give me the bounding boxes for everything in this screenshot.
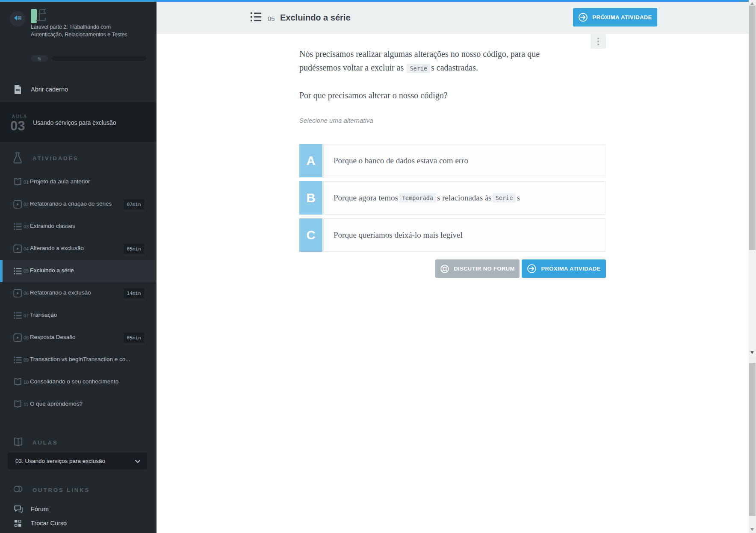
inner-scrollbar-thumb[interactable]: [749, 6, 756, 250]
open-notebook-label: Abrir caderno: [31, 86, 68, 93]
video-icon: [13, 244, 22, 253]
open-notebook-button[interactable]: Abrir caderno: [0, 80, 157, 99]
activity-number: 11: [24, 402, 28, 407]
other-links-section-header: OUTROS LINKS: [32, 487, 90, 493]
main-content: 05 Excluindo a série PRÓXIMA ATIVIDADE N…: [157, 0, 756, 533]
activity-item-03[interactable]: 03 Extraindo classes: [0, 215, 157, 238]
alternative-b[interactable]: B Porque agora temos Temporadas relacion…: [299, 181, 605, 215]
duration-badge: 05min: [124, 333, 144, 343]
switch-course-link[interactable]: Trocar Curso: [0, 519, 157, 532]
back-arrow-icon: [14, 15, 22, 23]
alternative-c[interactable]: C Porque queríamos deixá-lo mais legível: [299, 218, 605, 252]
activity-number: 10: [24, 380, 29, 385]
activity-item-04[interactable]: 04 Alterando a exclusão 05min: [0, 238, 157, 260]
activity-item-02[interactable]: 02 Refatorando a criação de séries 07min: [0, 193, 157, 215]
lesson-select-dropdown[interactable]: 03. Usando serviços para exclusão: [8, 453, 147, 469]
lifebuoy-icon: [440, 264, 449, 274]
activities-list: 01 Projeto da aula anterior 02 Refatoran…: [0, 171, 157, 415]
activity-item-11[interactable]: 11 O que aprendemos?: [0, 393, 157, 415]
alternative-c-letter: C: [299, 218, 322, 252]
document-icon: [14, 85, 21, 94]
book-icon: [13, 178, 22, 186]
question-paragraph: Nós precisamos realizar algumas alteraçõ…: [299, 47, 624, 75]
inline-code-temporada: Temporada: [399, 193, 436, 203]
question-text-line2-end: s cadastradas.: [431, 63, 478, 72]
progress-percent-label: %: [38, 56, 41, 61]
activity-number: 06: [24, 291, 29, 296]
forum-label: Fórum: [31, 506, 49, 512]
lessons-section-header: AULAS: [32, 439, 58, 446]
activity-item-06[interactable]: 06 Refatorando a exclusão 14min: [0, 282, 157, 304]
chevron-down-icon: [135, 460, 140, 463]
activity-item-01[interactable]: 01 Projeto da aula anterior: [0, 171, 157, 193]
page-scroll-down-arrow[interactable]: [750, 528, 754, 531]
alternative-a-letter: A: [299, 144, 322, 177]
alternative-b-label-end: s: [517, 193, 520, 203]
collapse-sidebar-button[interactable]: [10, 11, 25, 27]
grid-icon: [14, 519, 22, 527]
list-icon: [13, 267, 22, 275]
activity-label: Refatorando a criação de séries: [30, 200, 112, 207]
next-activity-label: PRÓXIMA ATIVIDADE: [541, 265, 600, 272]
course-progress-bar: [52, 56, 146, 61]
alternative-b-letter: B: [299, 181, 322, 215]
duration-badge: 05min: [124, 244, 144, 254]
alternative-a-text: Porque o banco de dados estava com erro: [323, 144, 605, 177]
activity-number: 01: [24, 180, 29, 185]
book-icon: [13, 400, 22, 408]
forum-link[interactable]: Fórum: [0, 505, 157, 518]
link-icon: [12, 484, 24, 495]
course-title: Laravel parte 2: Trabalhando com Autenti…: [31, 24, 138, 38]
activity-number: 07: [24, 313, 29, 318]
activity-item-07[interactable]: 07 Transação: [0, 304, 157, 327]
scroll-up-arrow[interactable]: [750, 2, 754, 5]
arrow-circle-icon: [527, 264, 537, 274]
activity-number: 04: [24, 246, 29, 251]
activity-label: Consolidando o seu conhecimento: [30, 378, 118, 385]
activities-section-header: ATIVIDADES: [32, 155, 79, 162]
page-scrollbar-thumb[interactable]: [749, 363, 756, 516]
video-icon: [13, 200, 22, 209]
alternative-c-text: Porque queríamos deixá-lo mais legível: [323, 218, 605, 252]
alternatives-list: A Porque o banco de dados estava com err…: [299, 144, 605, 256]
inline-code-serie: Serie: [493, 193, 516, 203]
activity-label: Transaction vs beginTransaction e co...: [30, 356, 130, 362]
lesson-select-value: 03. Usando serviços para exclusão: [15, 453, 105, 469]
activity-number: 02: [24, 202, 29, 207]
activity-label: Resposta Desafio: [30, 334, 76, 340]
lesson-number: 03: [10, 118, 25, 134]
activity-number: 05: [24, 268, 29, 274]
inline-code-serie: Serie: [407, 64, 430, 73]
top-accent-bar: [0, 0, 749, 2]
activity-label: Transação: [30, 312, 57, 318]
select-alternative-hint: Selecione uma alternativa: [299, 117, 373, 124]
list-icon: [13, 311, 22, 320]
activity-label: Refatorando a exclusão: [30, 289, 91, 296]
activity-number: 03: [24, 224, 29, 229]
activity-item-10[interactable]: 10 Consolidando o seu conhecimento: [0, 371, 157, 393]
alternative-a[interactable]: A Porque o banco de dados estava com err…: [299, 144, 605, 177]
flask-icon: [13, 152, 22, 165]
activity-label: Projeto da aula anterior: [30, 178, 90, 185]
activity-number: 09: [24, 357, 29, 362]
duration-badge: 07min: [124, 199, 144, 209]
scroll-down-arrow[interactable]: [750, 351, 754, 354]
activity-list-icon: [250, 12, 262, 22]
activity-label: Extraindo classes: [30, 223, 75, 229]
activity-item-05-active[interactable]: 05 Excluindo a série: [0, 260, 157, 282]
book-icon: [13, 378, 22, 386]
next-activity-button-bottom[interactable]: PRÓXIMA ATIVIDADE: [522, 259, 606, 278]
question-text-line2: pudéssemos voltar a excluir as: [299, 63, 406, 72]
activity-item-09[interactable]: 09 Transaction vs beginTransaction e co.…: [0, 349, 157, 371]
video-icon: [13, 289, 22, 297]
switch-course-label: Trocar Curso: [31, 520, 67, 527]
discuss-forum-button[interactable]: DISCUTIR NO FORUM: [435, 259, 520, 278]
progress-percent-pill: %: [31, 55, 48, 62]
lesson-title: Usando serviços para exclusão: [33, 119, 116, 126]
list-icon: [13, 222, 22, 231]
question-prompt: Por que precisamos alterar o nosso códig…: [299, 91, 448, 100]
question-text-line1: Nós precisamos realizar algumas alteraçõ…: [299, 49, 540, 59]
activity-item-08[interactable]: 08 Resposta Desafio 05min: [0, 327, 157, 349]
book-icon: [13, 437, 24, 447]
activity-number: 08: [24, 335, 29, 340]
